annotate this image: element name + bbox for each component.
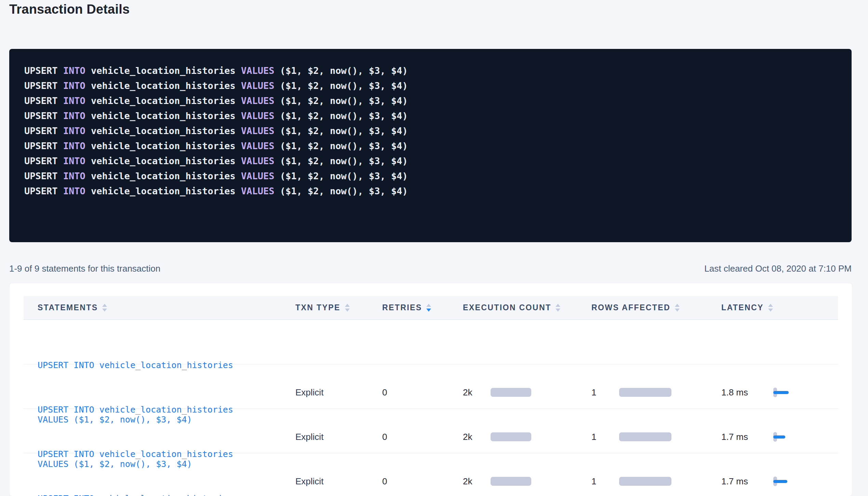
summary-bar: 1-9 of 9 statements for this transaction…	[9, 263, 852, 274]
transaction-sql-box: UPSERT INTO vehicle_location_histories V…	[9, 49, 852, 242]
statement-line-1: UPSERT INTO vehicle_location_histories	[38, 490, 295, 496]
execution-count-bar	[491, 388, 531, 397]
latency-bar-chart	[773, 388, 801, 397]
latency-cell: 1.8 ms	[721, 387, 838, 398]
sql-code-line: UPSERT INTO vehicle_location_histories V…	[24, 93, 845, 108]
statements-table: STATEMENTS TXN TYPE RETRIES EXECUTION CO…	[24, 296, 838, 496]
rows-affected-cell: 1	[591, 387, 721, 398]
txn-type-cell: Explicit	[295, 476, 382, 487]
execution-count-value: 2k	[463, 476, 491, 487]
sort-arrows-icon	[426, 304, 431, 312]
statement-cell: UPSERT INTO vehicle_location_histories V…	[24, 453, 295, 496]
sql-code-line: UPSERT INTO vehicle_location_histories V…	[24, 184, 845, 199]
table-row: UPSERT INTO vehicle_location_histories V…	[24, 453, 838, 496]
sql-code-line: UPSERT INTO vehicle_location_histories V…	[24, 108, 845, 123]
latency-bar	[773, 480, 787, 483]
execution-count-value: 2k	[463, 387, 491, 398]
retries-cell: 0	[382, 387, 463, 398]
table-row: UPSERT INTO vehicle_location_histories V…	[24, 364, 838, 409]
column-header-label: TXN TYPE	[295, 303, 340, 312]
latency-cell: 1.7 ms	[721, 476, 838, 487]
rows-affected-cell: 1	[591, 432, 721, 442]
latency-bar	[773, 391, 789, 394]
table-body: UPSERT INTO vehicle_location_histories V…	[24, 320, 838, 496]
rows-affected-value: 1	[591, 476, 619, 487]
rows-affected-bar	[619, 477, 671, 486]
execution-count-bar	[491, 477, 531, 486]
sql-code-line: UPSERT INTO vehicle_location_histories V…	[24, 63, 845, 78]
sql-code-line: UPSERT INTO vehicle_location_histories V…	[24, 154, 845, 169]
column-header-execution-count[interactable]: EXECUTION COUNT	[463, 303, 591, 312]
sort-arrows-icon	[556, 304, 560, 312]
sql-code-line: UPSERT INTO vehicle_location_histories V…	[24, 123, 845, 139]
rows-affected-value: 1	[591, 387, 619, 398]
latency-bar	[773, 435, 785, 439]
column-header-retries[interactable]: RETRIES	[382, 303, 463, 312]
latency-bar-chart	[773, 477, 801, 486]
latency-bar-chart	[773, 432, 801, 442]
latency-value: 1.7 ms	[721, 432, 773, 442]
txn-type-cell: Explicit	[295, 387, 382, 398]
execution-count-value: 2k	[463, 432, 491, 442]
rows-affected-cell: 1	[591, 476, 721, 487]
rows-affected-value: 1	[591, 432, 619, 442]
table-header-row: STATEMENTS TXN TYPE RETRIES EXECUTION CO…	[24, 296, 838, 320]
statements-count-text: 1-9 of 9 statements for this transaction	[9, 263, 160, 274]
rows-affected-bar	[619, 432, 671, 441]
statements-table-card: STATEMENTS TXN TYPE RETRIES EXECUTION CO…	[10, 283, 852, 496]
column-header-latency[interactable]: LATENCY	[721, 303, 838, 312]
execution-count-cell: 2k	[463, 476, 591, 487]
execution-count-cell: 2k	[463, 387, 591, 398]
column-header-label: EXECUTION COUNT	[463, 303, 551, 312]
txn-type-cell: Explicit	[295, 432, 382, 442]
sort-arrows-icon	[345, 304, 350, 312]
sql-code-line: UPSERT INTO vehicle_location_histories V…	[24, 139, 845, 154]
rows-affected-bar	[619, 388, 671, 397]
sort-arrows-icon	[768, 304, 773, 312]
retries-cell: 0	[382, 432, 463, 442]
column-header-label: LATENCY	[721, 303, 764, 312]
column-header-label: STATEMENTS	[38, 303, 98, 312]
sort-arrows-icon	[675, 304, 680, 312]
sql-code-line: UPSERT INTO vehicle_location_histories V…	[24, 169, 845, 184]
retries-cell: 0	[382, 476, 463, 487]
column-header-txn-type[interactable]: TXN TYPE	[295, 303, 382, 312]
execution-count-bar	[491, 432, 531, 441]
column-header-label: ROWS AFFECTED	[591, 303, 670, 312]
column-header-rows-affected[interactable]: ROWS AFFECTED	[591, 303, 721, 312]
page-title: Transaction Details	[9, 2, 130, 17]
table-row: UPSERT INTO vehicle_location_histories V…	[24, 409, 838, 453]
last-cleared-text: Last cleared Oct 08, 2020 at 7:10 PM	[704, 263, 852, 274]
sql-code-line: UPSERT INTO vehicle_location_histories V…	[24, 78, 845, 93]
sort-arrows-icon	[102, 304, 107, 312]
latency-value: 1.8 ms	[721, 387, 773, 398]
column-header-statements[interactable]: STATEMENTS	[24, 303, 295, 312]
table-row: UPSERT INTO vehicle_location_histories V…	[24, 320, 838, 364]
column-header-label: RETRIES	[382, 303, 422, 312]
latency-cell: 1.7 ms	[721, 432, 838, 442]
statement-link[interactable]: UPSERT INTO vehicle_location_histories V…	[38, 453, 295, 496]
execution-count-cell: 2k	[463, 432, 591, 442]
latency-value: 1.7 ms	[721, 476, 773, 487]
